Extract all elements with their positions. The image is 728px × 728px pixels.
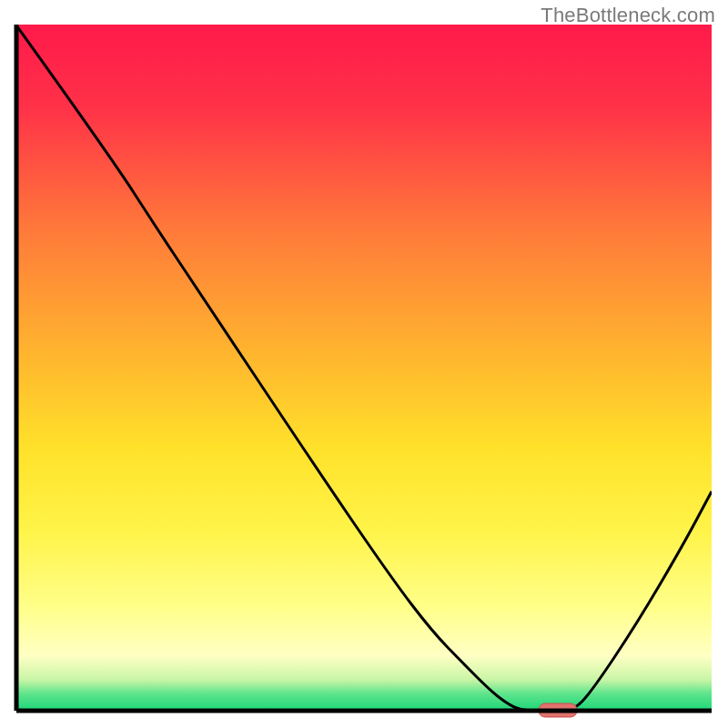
watermark-text: TheBottleneck.com — [541, 4, 715, 27]
chart-svg — [0, 0, 728, 728]
chart-background — [16, 25, 712, 711]
bottleneck-chart: TheBottleneck.com — [0, 0, 728, 728]
